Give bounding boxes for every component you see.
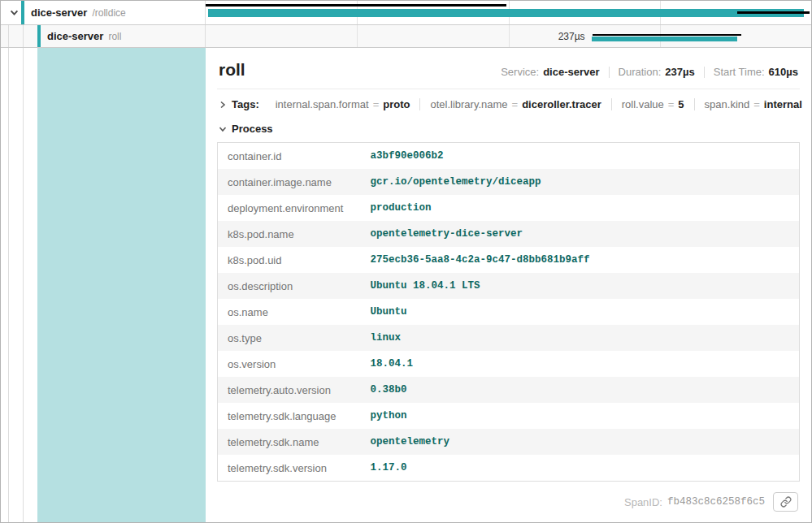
service-value: dice-server: [543, 66, 599, 78]
process-row: telemetry.sdk.nameopentelemetry: [218, 429, 800, 455]
indent-guide: [8, 25, 9, 47]
process-row: telemetry.sdk.version1.17.0: [218, 455, 800, 482]
spanid-label: SpanID:: [624, 496, 662, 508]
spanid-value: fb483c8c6258f6c5: [667, 496, 765, 508]
equals-sign: =: [512, 98, 519, 110]
span-summary: Service: dice-server Duration: 237µs Sta…: [501, 66, 798, 78]
chevron-down-icon: [219, 125, 227, 133]
collapse-chevron-icon[interactable]: [7, 8, 21, 17]
process-row: telemetry.auto.version0.38b0: [218, 377, 800, 403]
process-row: os.nameUbuntu: [218, 299, 800, 325]
process-row: telemetry.sdk.languagepython: [218, 403, 800, 429]
process-row: k8s.pod.uid275ecb36-5aa8-4c2a-9c47-d8bb6…: [218, 247, 800, 273]
span-duration-bar[interactable]: [208, 9, 804, 17]
equals-sign: =: [373, 98, 380, 110]
critical-path-bar: [593, 34, 741, 36]
tags-label: Tags:: [232, 98, 259, 110]
timeline-gridline: [509, 25, 510, 47]
span-color-bar: [37, 25, 41, 47]
tag-item: otel.library.name = diceroller.tracer: [419, 98, 610, 110]
divider: [704, 67, 705, 78]
equals-sign: =: [753, 98, 760, 110]
process-row: container.image.namegcr.io/opentelemetry…: [218, 169, 800, 195]
divider: [609, 67, 610, 78]
process-row: os.descriptionUbuntu 18.04.1 LTS: [218, 273, 800, 299]
service-label: Service:: [501, 66, 539, 78]
trace-timeline-view: dice-server /rolldice dice-server roll 2…: [0, 0, 812, 523]
deep-link-button[interactable]: [773, 492, 798, 512]
service-name: dice-server: [47, 30, 103, 42]
duration-value: 237µs: [665, 66, 694, 78]
process-row: os.typelinux: [218, 325, 800, 351]
timeline-gridline: [357, 25, 358, 47]
chevron-right-icon: [219, 101, 227, 109]
span-row-roll[interactable]: dice-server roll 237µs: [1, 25, 811, 48]
span-row-rolldice[interactable]: dice-server /rolldice: [1, 1, 811, 25]
span-detail-footer: SpanID: fb483c8c6258f6c5: [217, 482, 800, 522]
process-row: k8s.pod.nameopentelemetry-dice-server: [218, 221, 800, 247]
span-title: roll: [219, 60, 245, 80]
operation-name: /rolldice: [92, 7, 125, 19]
selected-span-highlight: [37, 48, 206, 522]
tags-section-toggle[interactable]: Tags: internal.span.format = proto otel.…: [217, 89, 800, 113]
start-time-value: 610µs: [769, 66, 798, 78]
process-label: Process: [232, 123, 273, 135]
span-name-cell[interactable]: dice-server roll: [1, 25, 206, 47]
tag-item: roll.value = 5: [611, 98, 694, 110]
tag-item: internal.span.format = proto: [266, 98, 420, 110]
span-color-bar: [21, 1, 24, 24]
critical-path-bar: [737, 11, 810, 14]
timeline-cell[interactable]: [206, 1, 811, 24]
process-kv-table: container.ida3bf90e006b2 container.image…: [217, 142, 800, 482]
process-section-toggle[interactable]: Process: [217, 113, 800, 142]
span-duration-bar[interactable]: [592, 37, 738, 41]
indent-guide: [8, 48, 9, 522]
process-row: os.version18.04.1: [218, 351, 800, 377]
link-icon: [780, 496, 792, 508]
duration-label: Duration:: [619, 66, 662, 78]
tag-item: span.kind = internal: [694, 98, 811, 110]
process-row: container.ida3bf90e006b2: [218, 143, 800, 170]
timeline-cell[interactable]: 237µs: [206, 25, 811, 47]
span-detail-panel: roll Service: dice-server Duration: 237µ…: [206, 48, 811, 522]
operation-name: roll: [108, 31, 121, 42]
span-detail-header: roll Service: dice-server Duration: 237µ…: [217, 48, 800, 89]
span-name-cell[interactable]: dice-server /rolldice: [1, 1, 206, 24]
indent-guide: [23, 25, 24, 47]
start-time-label: Start Time:: [714, 66, 765, 78]
span-detail-row: roll Service: dice-server Duration: 237µ…: [1, 48, 811, 522]
indent-guide: [23, 48, 24, 522]
span-duration-label: 237µs: [558, 31, 585, 42]
service-name: dice-server: [31, 6, 87, 19]
equals-sign: =: [668, 98, 675, 110]
process-row: deployment.environmentproduction: [218, 195, 800, 221]
critical-path-bar: [206, 4, 506, 6]
